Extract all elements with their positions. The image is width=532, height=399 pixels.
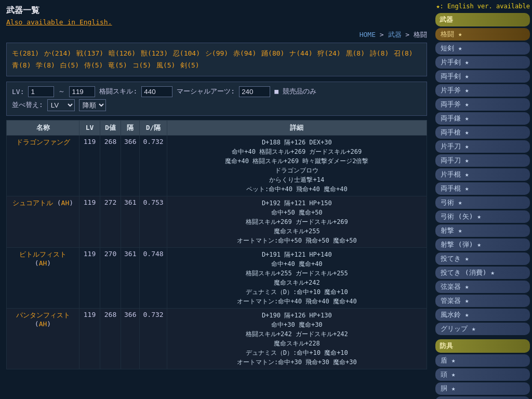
english-link[interactable]: Also available in English. xyxy=(6,18,112,26)
col-lv: 119 xyxy=(79,247,100,308)
star-notice: ★: English ver. available xyxy=(435,3,530,10)
detail-text: D+192 隔+121 HP+150 命中+50 魔命+50 格闘スキル+269… xyxy=(170,198,423,245)
filter-bar: LV: ～ 格闘スキル: マーシャルアーツ: ■ 競売品のみ 並べ替え: LVD… xyxy=(6,82,427,116)
col-dd: 0.753 xyxy=(140,196,167,247)
col-lv: 119 xyxy=(79,135,100,196)
sort-label: 並べ替え: xyxy=(12,100,43,110)
sidebar-weapon-item[interactable]: 投てき ★ xyxy=(435,252,530,265)
alpha-link-2[interactable]: 戦(137) xyxy=(76,49,103,57)
sidebar-weapon-item[interactable]: 片手斧 ★ xyxy=(435,84,530,97)
col-interval: 361 xyxy=(121,247,140,308)
sidebar-weapon-item[interactable]: 両手鎌 ★ xyxy=(435,112,530,125)
col-header-名称: 名称 xyxy=(7,120,79,135)
alpha-link-10[interactable]: 狩(24) xyxy=(317,49,340,57)
col-header-D値: D値 xyxy=(100,120,121,135)
sidebar-weapon-item[interactable]: 格闘 ★ xyxy=(435,28,530,41)
sidebar-weapon-item[interactable]: 両手剣 ★ xyxy=(435,70,530,83)
ah-link[interactable]: AH xyxy=(39,320,47,328)
sidebar-weapon-item[interactable]: 弓術 (矢) ★ xyxy=(435,210,530,223)
order-select[interactable]: 降順昇順 xyxy=(79,99,106,111)
weapon-name-link[interactable]: シュコアトル xyxy=(12,199,53,207)
alpha-link-3[interactable]: 暗(126) xyxy=(109,49,136,57)
page-title: 武器一覧 xyxy=(6,5,427,16)
alpha-link-14[interactable]: 青(8) xyxy=(12,61,31,69)
col-dd: 0.732 xyxy=(140,135,167,196)
alpha-link-5[interactable]: 忍(104) xyxy=(173,49,200,57)
sidebar-weapon-item[interactable]: 風水鈴 ★ xyxy=(435,309,530,321)
col-d: 268 xyxy=(100,135,121,196)
col-header-隔: 隔 xyxy=(121,120,140,135)
sidebar-armor-item[interactable]: 頭 ★ xyxy=(435,368,530,381)
sidebar-weapon-item[interactable]: 両手斧 ★ xyxy=(435,98,530,111)
weapons-link[interactable]: 武器 xyxy=(388,31,402,38)
sidebar-weapon-item[interactable]: 両手槍 ★ xyxy=(435,126,530,139)
sidebar-armor-item[interactable]: 盾 ★ xyxy=(435,354,530,367)
alpha-link-17[interactable]: 侍(5) xyxy=(84,61,103,69)
alpha-link-9[interactable]: ナ(44) xyxy=(289,49,312,57)
table-row: ビトルフィスト (AH)1192703610.748D+191 隔+121 HP… xyxy=(7,247,427,308)
alpha-link-6[interactable]: シ(99) xyxy=(205,49,228,57)
sidebar-weapon-item[interactable]: 投てき (消費) ★ xyxy=(435,267,530,279)
sidebar-weapon-item[interactable]: 片手刀 ★ xyxy=(435,140,530,153)
alpha-link-8[interactable]: 踊(80) xyxy=(261,49,284,57)
alpha-link-12[interactable]: 詩(8) xyxy=(370,49,389,57)
sidebar-weapon-item[interactable]: 射撃 (弾) ★ xyxy=(435,238,530,251)
skill-input[interactable] xyxy=(141,86,172,97)
lv-tilde: ～ xyxy=(58,87,65,96)
alpha-link-21[interactable]: 剣(5) xyxy=(180,61,199,69)
col-header-詳細: 詳細 xyxy=(167,120,427,135)
col-d: 272 xyxy=(100,196,121,247)
alpha-index: モ(281) か(214) 戦(137) 暗(126) 獣(123) 忍(104… xyxy=(6,43,427,76)
ah-link[interactable]: AH xyxy=(39,259,47,267)
col-interval: 366 xyxy=(121,135,140,196)
sidebar-weapon-item[interactable]: 射撃 ★ xyxy=(435,224,530,237)
col-header-LV: LV xyxy=(79,120,100,135)
sidebar-weapon-item[interactable]: 片手棍 ★ xyxy=(435,168,530,181)
sidebar-weapon-item[interactable]: 片手剣 ★ xyxy=(435,56,530,69)
sidebar-armor-item[interactable]: 両手 ★ xyxy=(435,396,530,399)
lv-to-input[interactable] xyxy=(69,86,95,97)
sidebar-weapon-item[interactable]: グリップ ★ xyxy=(435,323,530,335)
sidebar-weapon-item[interactable]: 弓術 ★ xyxy=(435,196,530,209)
alpha-link-13[interactable]: 召(8) xyxy=(394,49,413,57)
alpha-link-7[interactable]: 赤(94) xyxy=(233,49,256,57)
sidebar-weapon-item[interactable]: 管楽器 ★ xyxy=(435,295,530,307)
weapons-section-header: 武器 xyxy=(435,13,530,26)
weapon-name-link[interactable]: ビトルフィスト xyxy=(19,250,66,258)
alpha-link-0[interactable]: モ(281) xyxy=(12,49,39,57)
sidebar-weapon-item[interactable]: 両手棍 ★ xyxy=(435,182,530,195)
arts-input[interactable] xyxy=(239,86,270,97)
col-interval: 361 xyxy=(121,196,140,247)
alpha-link-15[interactable]: 学(8) xyxy=(36,61,55,69)
col-lv: 119 xyxy=(79,308,100,369)
weapon-name-link[interactable]: ドラゴンファング xyxy=(16,138,70,146)
skill-label: 格闘スキル: xyxy=(99,87,137,96)
sidebar-weapon-item[interactable]: 弦楽器 ★ xyxy=(435,281,530,293)
lv-from-input[interactable] xyxy=(28,86,54,97)
alpha-link-20[interactable]: 風(5) xyxy=(156,61,175,69)
breadcrumb: HOME > 武器 > 格闘 xyxy=(6,30,427,39)
sidebar-armor-item[interactable]: 胴 ★ xyxy=(435,382,530,395)
armor-section-header: 防具 xyxy=(435,339,530,353)
arts-label: マーシャルアーツ: xyxy=(177,87,235,96)
sidebar-weapon-item[interactable]: 短剣 ★ xyxy=(435,42,530,55)
alpha-link-19[interactable]: コ(5) xyxy=(132,61,151,69)
alpha-link-1[interactable]: か(214) xyxy=(44,49,71,57)
detail-text: D+191 隔+121 HP+140 命中+40 魔命+40 格闘スキル+255… xyxy=(170,250,423,306)
ah-link[interactable]: AH xyxy=(61,199,70,207)
home-link[interactable]: HOME xyxy=(360,31,376,38)
breadcrumb-current: 格闘 xyxy=(414,31,427,38)
sort-select[interactable]: LVD値隔D/隔 xyxy=(47,99,75,111)
sidebar: ★: English ver. available 武器 格闘 ★短剣 ★片手剣… xyxy=(433,0,532,399)
col-interval: 366 xyxy=(121,308,140,369)
alpha-link-4[interactable]: 獣(123) xyxy=(141,49,168,57)
detail-text: D+188 隔+126 DEX+30 命中+40 格闘スキル+269 ガードスキ… xyxy=(170,138,423,194)
col-header-D/隔: D/隔 xyxy=(140,120,167,135)
alpha-link-11[interactable]: 黒(8) xyxy=(346,49,365,57)
alpha-link-18[interactable]: 竜(5) xyxy=(108,61,127,69)
col-dd: 0.748 xyxy=(140,247,167,308)
weapon-name-link[interactable]: パンタンフィスト xyxy=(16,311,70,319)
sidebar-weapon-item[interactable]: 両手刀 ★ xyxy=(435,154,530,167)
alpha-link-16[interactable]: 白(5) xyxy=(60,61,79,69)
detail-text: D+190 隔+126 HP+130 命中+30 魔命+30 格闘スキル+242… xyxy=(170,311,423,367)
